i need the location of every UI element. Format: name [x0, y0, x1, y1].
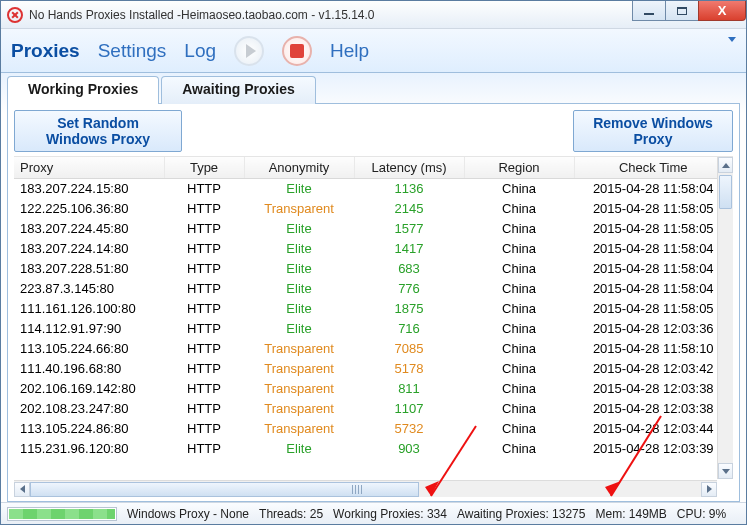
table-row[interactable]: 183.207.228.51:80HTTPElite683China2015-0…	[14, 259, 733, 279]
window-title: No Hands Proxies Installed -Heimaoseo.ta…	[29, 8, 375, 22]
cell-anonymity: Transparent	[244, 379, 354, 399]
cell-checktime: 2015-04-28 11:58:05	[574, 299, 733, 319]
col-latency[interactable]: Latency (ms)	[354, 157, 464, 179]
nav-proxies[interactable]: Proxies	[11, 40, 80, 62]
toolbar-menu-caret[interactable]	[726, 42, 736, 60]
table-row[interactable]: 183.207.224.14:80HTTPElite1417China2015-…	[14, 239, 733, 259]
cell-latency: 1577	[354, 219, 464, 239]
table-row[interactable]: 111.40.196.68:80HTTPTransparent5178China…	[14, 359, 733, 379]
proxy-table-wrap: Proxy Type Anonymity Latency (ms) Region…	[14, 156, 733, 497]
cell-checktime: 2015-04-28 11:58:05	[574, 219, 733, 239]
stop-button[interactable]	[282, 36, 312, 66]
cell-region: China	[464, 359, 574, 379]
cell-anonymity: Elite	[244, 319, 354, 339]
cell-latency: 2145	[354, 199, 464, 219]
table-row[interactable]: 183.207.224.15:80HTTPElite1136China2015-…	[14, 179, 733, 199]
cell-type: HTTP	[164, 259, 244, 279]
remove-proxy-button[interactable]: Remove Windows Proxy	[573, 110, 733, 152]
col-type[interactable]: Type	[164, 157, 244, 179]
cell-anonymity: Transparent	[244, 419, 354, 439]
cell-region: China	[464, 179, 574, 199]
cell-type: HTTP	[164, 339, 244, 359]
col-anonymity[interactable]: Anonymity	[244, 157, 354, 179]
table-row[interactable]: 113.105.224.86:80HTTPTransparent5732Chin…	[14, 419, 733, 439]
cell-proxy: 113.105.224.66:80	[14, 339, 164, 359]
status-progress	[7, 507, 117, 521]
scroll-left-button[interactable]	[14, 482, 30, 497]
tab-awaiting-proxies[interactable]: Awaiting Proxies	[161, 76, 316, 104]
table-row[interactable]: 114.112.91.97:90HTTPElite716China2015-04…	[14, 319, 733, 339]
col-proxy[interactable]: Proxy	[14, 157, 164, 179]
cell-latency: 1136	[354, 179, 464, 199]
table-row[interactable]: 113.105.224.66:80HTTPTransparent7085Chin…	[14, 339, 733, 359]
maximize-button[interactable]	[665, 1, 699, 21]
col-region[interactable]: Region	[464, 157, 574, 179]
table-row[interactable]: 115.231.96.120:80HTTPElite903China2015-0…	[14, 439, 733, 459]
table-header-row[interactable]: Proxy Type Anonymity Latency (ms) Region…	[14, 157, 733, 179]
cell-type: HTTP	[164, 239, 244, 259]
table-row[interactable]: 122.225.106.36:80HTTPTransparent2145Chin…	[14, 199, 733, 219]
cell-anonymity: Elite	[244, 439, 354, 459]
close-button[interactable]: X	[698, 1, 746, 21]
cell-latency: 683	[354, 259, 464, 279]
app-window: No Hands Proxies Installed -Heimaoseo.ta…	[0, 0, 747, 525]
titlebar[interactable]: No Hands Proxies Installed -Heimaoseo.ta…	[1, 1, 746, 29]
cell-type: HTTP	[164, 359, 244, 379]
cell-anonymity: Elite	[244, 239, 354, 259]
cell-checktime: 2015-04-28 11:58:04	[574, 259, 733, 279]
cell-type: HTTP	[164, 299, 244, 319]
cell-latency: 776	[354, 279, 464, 299]
cell-proxy: 183.207.228.51:80	[14, 259, 164, 279]
cell-checktime: 2015-04-28 12:03:38	[574, 379, 733, 399]
cell-type: HTTP	[164, 419, 244, 439]
cell-type: HTTP	[164, 219, 244, 239]
cell-region: China	[464, 219, 574, 239]
table-row[interactable]: 111.161.126.100:80HTTPElite1875China2015…	[14, 299, 733, 319]
tab-working-proxies[interactable]: Working Proxies	[7, 76, 159, 104]
cell-anonymity: Elite	[244, 259, 354, 279]
set-random-proxy-button[interactable]: Set Random Windows Proxy	[14, 110, 182, 152]
cell-proxy: 183.207.224.45:80	[14, 219, 164, 239]
cell-type: HTTP	[164, 439, 244, 459]
cell-type: HTTP	[164, 279, 244, 299]
scroll-thumb-vertical[interactable]	[719, 175, 732, 209]
cell-region: China	[464, 259, 574, 279]
col-checktime[interactable]: Check Time	[574, 157, 733, 179]
cell-latency: 7085	[354, 339, 464, 359]
status-windows-proxy: Windows Proxy - None	[127, 507, 249, 521]
cell-proxy: 183.207.224.14:80	[14, 239, 164, 259]
scroll-down-button[interactable]	[718, 463, 733, 479]
cell-checktime: 2015-04-28 11:58:04	[574, 239, 733, 259]
status-awaiting: Awaiting Proxies: 13275	[457, 507, 586, 521]
cell-anonymity: Elite	[244, 179, 354, 199]
table-row[interactable]: 202.106.169.142:80HTTPTransparent811Chin…	[14, 379, 733, 399]
nav-settings[interactable]: Settings	[98, 40, 167, 62]
cell-checktime: 2015-04-28 12:03:44	[574, 419, 733, 439]
cell-anonymity: Transparent	[244, 339, 354, 359]
status-working: Working Proxies: 334	[333, 507, 447, 521]
cell-proxy: 223.87.3.145:80	[14, 279, 164, 299]
nav-help[interactable]: Help	[330, 40, 369, 62]
cell-checktime: 2015-04-28 11:58:05	[574, 199, 733, 219]
horizontal-scrollbar[interactable]	[14, 480, 717, 497]
cell-latency: 1875	[354, 299, 464, 319]
cell-proxy: 114.112.91.97:90	[14, 319, 164, 339]
table-row[interactable]: 202.108.23.247:80HTTPTransparent1107Chin…	[14, 399, 733, 419]
table-row[interactable]: 183.207.224.45:80HTTPElite1577China2015-…	[14, 219, 733, 239]
cell-proxy: 202.108.23.247:80	[14, 399, 164, 419]
cell-latency: 811	[354, 379, 464, 399]
cell-type: HTTP	[164, 379, 244, 399]
scroll-right-button[interactable]	[701, 482, 717, 497]
scroll-up-button[interactable]	[718, 157, 733, 173]
play-button[interactable]	[234, 36, 264, 66]
cell-checktime: 2015-04-28 12:03:38	[574, 399, 733, 419]
cell-proxy: 202.106.169.142:80	[14, 379, 164, 399]
nav-log[interactable]: Log	[184, 40, 216, 62]
status-threads: Threads: 25	[259, 507, 323, 521]
table-row[interactable]: 223.87.3.145:80HTTPElite776China2015-04-…	[14, 279, 733, 299]
vertical-scrollbar[interactable]	[717, 157, 733, 479]
cell-proxy: 111.40.196.68:80	[14, 359, 164, 379]
proxies-panel: Set Random Windows Proxy Remove Windows …	[7, 103, 740, 502]
minimize-button[interactable]	[632, 1, 666, 21]
sub-tabs: Working Proxies Awaiting Proxies	[7, 75, 740, 103]
